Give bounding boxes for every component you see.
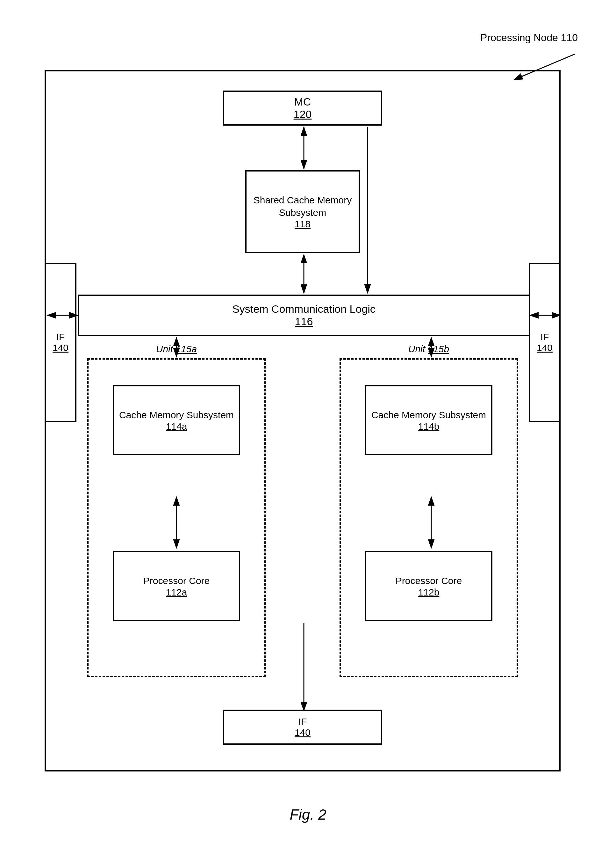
cache-b-number: 114b (418, 421, 440, 432)
if-bottom-number: 140 (295, 727, 310, 738)
unit-b-label: Unit 115b (408, 344, 449, 354)
cache-a-number: 114a (166, 421, 187, 432)
if-bottom-label: IF (298, 716, 307, 727)
processing-node-label: Processing Node 110 (480, 32, 578, 44)
unit-a-box: Unit 115a Cache Memory Subsystem 114a Pr… (87, 358, 266, 677)
fig-label: Fig. 2 (289, 806, 326, 823)
shared-cache-number: 118 (295, 219, 310, 230)
processing-node-text: Processing Node 110 (480, 32, 578, 43)
cache-a-box: Cache Memory Subsystem 114a (113, 385, 240, 455)
proc-a-label: Processor Core (143, 575, 209, 587)
proc-b-number: 112b (418, 587, 440, 598)
mc-box: MC 120 (223, 90, 382, 126)
main-outer-box: MC 120 Shared Cache Memory Subsystem 118… (44, 70, 561, 771)
if-bottom-box: IF 140 (223, 709, 382, 745)
cache-a-label: Cache Memory Subsystem (119, 409, 234, 421)
if-left-box: IF 140 (44, 263, 76, 422)
diagram-container: Processing Node 110 MC 120 Shared Cache … (0, 19, 616, 842)
cache-b-box: Cache Memory Subsystem 114b (365, 385, 492, 455)
proc-b-label: Processor Core (396, 575, 462, 587)
if-right-box: IF 140 (529, 263, 561, 422)
mc-number: 120 (293, 108, 312, 121)
shared-cache-box: Shared Cache Memory Subsystem 118 (245, 170, 360, 253)
cache-b-label: Cache Memory Subsystem (371, 409, 486, 421)
sys-comm-number: 116 (295, 315, 313, 328)
sys-comm-label: System Communication Logic (232, 303, 376, 315)
proc-a-number: 112a (166, 587, 187, 598)
shared-cache-label: Shared Cache Memory Subsystem (246, 194, 359, 219)
proc-b-box: Processor Core 112b (365, 551, 492, 621)
unit-b-box: Unit 115b Cache Memory Subsystem 114b Pr… (339, 358, 518, 677)
if-left-label: IF (57, 331, 65, 342)
sys-comm-box: System Communication Logic 116 (78, 294, 530, 336)
proc-a-box: Processor Core 112a (113, 551, 240, 621)
if-right-label: IF (541, 331, 549, 342)
mc-label: MC (294, 96, 311, 108)
unit-a-label: Unit 115a (156, 344, 197, 354)
if-left-number: 140 (52, 342, 69, 353)
if-right-number: 140 (537, 342, 553, 353)
